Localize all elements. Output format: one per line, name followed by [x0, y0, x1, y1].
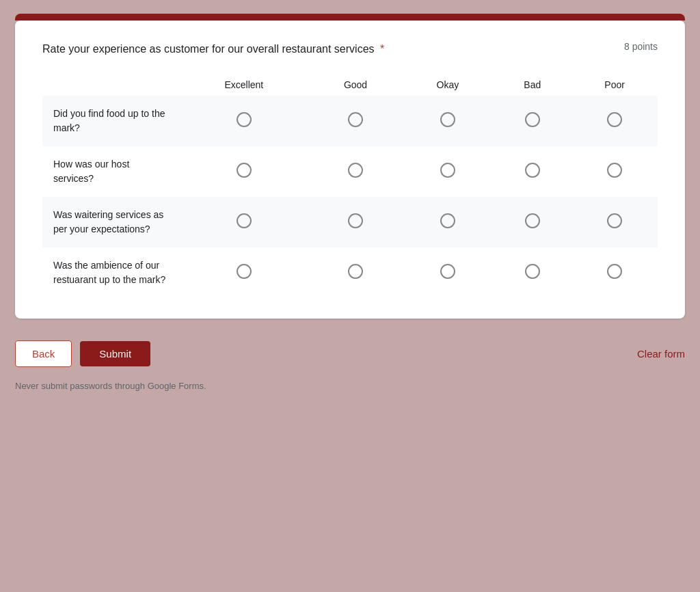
radio-cell [309, 96, 403, 146]
radio-food-bad[interactable] [525, 112, 540, 127]
col-excellent: Excellent [179, 74, 309, 96]
radio-host-bad[interactable] [525, 163, 540, 178]
radio-host-good[interactable] [348, 163, 363, 178]
survey-card: Rate your experience as customer for our… [15, 21, 685, 319]
radio-cell [179, 96, 309, 146]
radio-waitering-excellent[interactable] [237, 213, 252, 228]
radio-waitering-good[interactable] [348, 213, 363, 228]
radio-host-poor[interactable] [607, 163, 622, 178]
radio-food-okay[interactable] [440, 112, 455, 127]
radio-cell [571, 247, 658, 298]
top-border [15, 14, 685, 21]
column-header-row: Excellent Good Okay Bad Poor [42, 74, 658, 96]
row-label-host: How was our host services? [42, 146, 179, 197]
radio-cell [493, 146, 571, 197]
radio-cell [571, 146, 658, 197]
radio-cell [309, 146, 403, 197]
radio-cell [179, 197, 309, 247]
col-good: Good [309, 74, 403, 96]
points-label: 8 points [624, 41, 658, 52]
radio-cell [493, 247, 571, 298]
table-row: How was our host services? [42, 146, 658, 197]
required-star: * [380, 43, 384, 55]
col-poor: Poor [571, 74, 658, 96]
radio-food-poor[interactable] [607, 112, 622, 127]
radio-cell [493, 96, 571, 146]
question-title-container: Rate your experience as customer for our… [42, 41, 384, 57]
radio-ambience-okay[interactable] [440, 264, 455, 279]
radio-cell [493, 197, 571, 247]
question-title: Rate your experience as customer for our… [42, 43, 375, 55]
rating-grid: Excellent Good Okay Bad Poor Did you fin… [42, 74, 658, 298]
radio-ambience-good[interactable] [348, 264, 363, 279]
back-button[interactable]: Back [15, 340, 72, 367]
table-row: Was the ambience of our restuarant up to… [42, 247, 658, 298]
clear-form-button[interactable]: Clear form [637, 348, 685, 360]
radio-cell [179, 146, 309, 197]
submit-button[interactable]: Submit [80, 341, 150, 366]
row-label-header [42, 74, 179, 96]
radio-host-excellent[interactable] [237, 163, 252, 178]
table-row: Did you find food up to the mark? [42, 96, 658, 146]
radio-cell [309, 197, 403, 247]
row-label-waitering: Was waitering services as per your expec… [42, 197, 179, 247]
radio-cell [402, 197, 493, 247]
radio-cell [571, 197, 658, 247]
radio-ambience-poor[interactable] [607, 264, 622, 279]
row-label-food: Did you find food up to the mark? [42, 96, 179, 146]
footer-left: Back Submit [15, 340, 150, 367]
radio-cell [179, 247, 309, 298]
table-row: Was waitering services as per your expec… [42, 197, 658, 247]
col-bad: Bad [493, 74, 571, 96]
radio-waitering-poor[interactable] [607, 213, 622, 228]
radio-ambience-excellent[interactable] [237, 264, 252, 279]
radio-cell [402, 96, 493, 146]
radio-cell [309, 247, 403, 298]
radio-cell [571, 96, 658, 146]
radio-cell [402, 146, 493, 197]
footer-note: Never submit passwords through Google Fo… [15, 375, 685, 391]
radio-food-excellent[interactable] [237, 112, 252, 127]
row-label-ambience: Was the ambience of our restuarant up to… [42, 247, 179, 298]
radio-waitering-bad[interactable] [525, 213, 540, 228]
radio-ambience-bad[interactable] [525, 264, 540, 279]
radio-food-good[interactable] [348, 112, 363, 127]
radio-host-okay[interactable] [440, 163, 455, 178]
footer-bar: Back Submit Clear form [15, 332, 685, 375]
radio-cell [402, 247, 493, 298]
card-header: Rate your experience as customer for our… [42, 41, 658, 57]
col-okay: Okay [402, 74, 493, 96]
page-container: Rate your experience as customer for our… [15, 14, 685, 391]
radio-waitering-okay[interactable] [440, 213, 455, 228]
